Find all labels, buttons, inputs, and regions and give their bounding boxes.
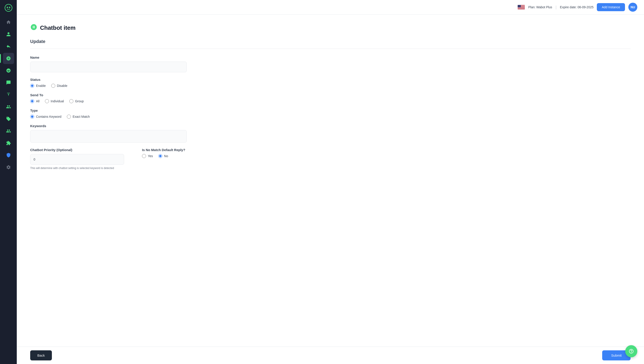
sidebar-item-contacts[interactable] [0,29,17,40]
send-to-group-label: Group [75,99,84,103]
name-field-group: Name [30,56,630,72]
send-to-individual-option[interactable]: Individual [45,99,64,103]
header: Plan: Wabot Plus | Expire date: 06-09-20… [17,0,644,15]
svg-rect-10 [518,8,525,8]
sidebar-item-tags[interactable] [0,113,17,124]
svg-rect-16 [518,5,521,8]
svg-rect-15 [518,9,525,10]
sidebar-item-export[interactable] [0,89,17,100]
priority-input[interactable] [30,154,124,165]
sidebar-item-chatbot[interactable] [0,53,17,64]
type-contains-radio[interactable] [30,115,34,119]
status-label: Status [30,78,630,81]
no-match-yes-option[interactable]: Yes [142,154,153,158]
svg-rect-14 [518,9,525,9]
priority-label: Chatbot Priority (Optional) [30,148,124,152]
sidebar-item-shield[interactable] [0,149,17,161]
priority-field-group: Chatbot Priority (Optional) This will de… [30,148,124,170]
type-field-group: Type Contains Keyword Exact Match [30,109,630,119]
plan-text: Plan: Wabot Plus [528,5,552,9]
type-contains-label: Contains Keyword [36,115,62,118]
sidebar-item-chat[interactable] [0,77,17,88]
no-match-col: Is No Match Default Reply? Yes No [142,148,209,163]
sidebar-item-groups[interactable] [0,125,17,136]
keywords-label: Keywords [30,124,630,128]
header-divider: | [556,5,556,10]
no-match-label: Is No Match Default Reply? [142,148,209,152]
type-exact-label: Exact Match [73,115,90,118]
help-button[interactable] [625,345,637,357]
bottom-bar: Back Submit [17,346,644,364]
flag-icon [518,5,525,10]
app-logo [3,2,14,14]
status-enable-radio[interactable] [30,84,34,88]
type-exact-radio[interactable] [67,115,71,119]
status-disable-radio[interactable] [51,84,55,88]
sidebar-item-team[interactable] [0,101,17,112]
keywords-field-group: Keywords [30,124,630,143]
status-radio-group: Enable Disable [30,84,630,88]
type-label: Type [30,109,630,112]
sidebar-item-settings[interactable] [0,162,17,173]
type-exact-option[interactable]: Exact Match [67,115,90,119]
add-instance-button[interactable]: Add Instance [597,3,625,11]
send-to-all-option[interactable]: All [30,99,40,103]
svg-point-1 [7,7,8,8]
send-to-all-label: All [36,99,40,103]
priority-hint: This will determine with chatbot setting… [30,166,124,170]
section-title: Update [30,39,630,44]
user-avatar[interactable]: NU [628,3,637,12]
status-disable-label: Disable [57,84,68,88]
svg-rect-13 [518,8,525,9]
page-icon [30,24,37,32]
svg-rect-12 [518,8,525,9]
no-match-yes-radio[interactable] [142,154,146,158]
no-match-no-label: No [164,154,168,158]
bottom-fields-row: Chatbot Priority (Optional) This will de… [30,148,630,175]
type-contains-option[interactable]: Contains Keyword [30,115,62,119]
send-to-label: Send To [30,93,630,97]
send-to-individual-radio[interactable] [45,99,49,103]
status-disable-option[interactable]: Disable [51,84,68,88]
no-match-field-group: Is No Match Default Reply? Yes No [142,148,209,158]
priority-col: Chatbot Priority (Optional) This will de… [30,148,124,175]
sidebar-item-home[interactable] [0,17,17,28]
main-content: Chatbot item Update Name Status Enable D… [17,15,644,346]
type-radio-group: Contains Keyword Exact Match [30,115,630,119]
status-field-group: Status Enable Disable [30,78,630,88]
no-match-no-radio[interactable] [158,154,162,158]
send-to-radio-group: All Individual Group [30,99,630,103]
send-to-all-radio[interactable] [30,99,34,103]
section-divider [30,49,630,49]
active-indicator [0,54,1,63]
status-enable-option[interactable]: Enable [30,84,46,88]
name-input[interactable] [30,62,187,72]
no-match-radio-group: Yes No [142,154,209,158]
page-title: Chatbot item [40,24,76,31]
no-match-no-option[interactable]: No [158,154,168,158]
name-label: Name [30,56,630,59]
page-header: Chatbot item [30,24,630,32]
sidebar [0,0,17,364]
sidebar-item-broadcast[interactable] [0,65,17,76]
keywords-input[interactable] [30,130,187,143]
main-wrapper: Plan: Wabot Plus | Expire date: 06-09-20… [17,0,644,364]
send-to-group-radio[interactable] [69,99,73,103]
svg-point-0 [5,4,12,12]
send-to-field-group: Send To All Individual Group [30,93,630,103]
send-to-individual-label: Individual [51,99,64,103]
svg-point-2 [9,7,10,8]
back-button[interactable]: Back [30,350,52,360]
sidebar-item-plugins[interactable] [0,137,17,149]
status-enable-label: Enable [36,84,46,88]
sidebar-item-replies[interactable] [0,41,17,52]
expire-text: Expire date: 06-09-2025 [560,5,594,9]
send-to-group-option[interactable]: Group [69,99,84,103]
svg-rect-11 [518,8,525,8]
no-match-yes-label: Yes [148,154,153,158]
